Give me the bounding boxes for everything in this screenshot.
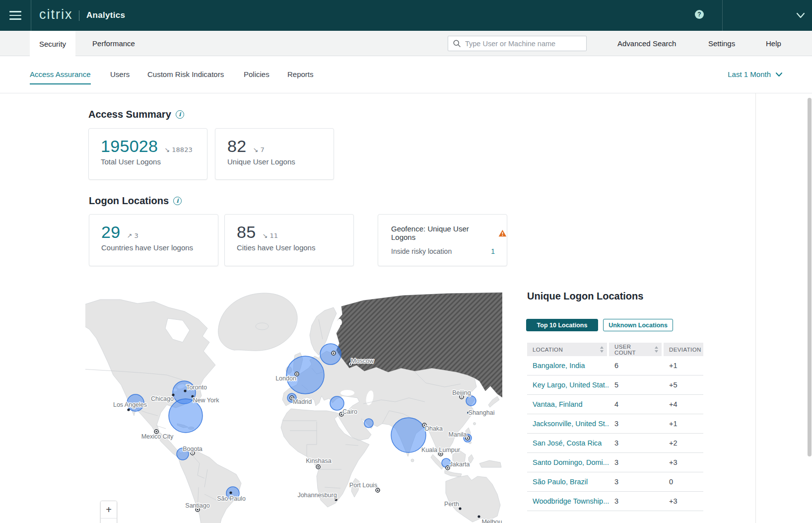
kpi-value-row[interactable]: 85 ↘ 11	[237, 223, 278, 242]
world-map[interactable]: Los AngelesChicagoTorontoNew YorkMexico …	[85, 281, 502, 523]
kpi-value-row[interactable]: 29 ↗ 3	[101, 223, 138, 242]
map-zoom-in-button[interactable]: +	[101, 501, 117, 518]
logon-bubble-vantaa[interactable]	[320, 344, 341, 365]
search-input[interactable]	[465, 40, 581, 48]
kpi-label: Total User Logons	[101, 157, 161, 166]
info-icon[interactable]: i	[173, 197, 182, 205]
city-label-new-york: New York	[193, 397, 220, 404]
city-marker-dot	[155, 431, 157, 432]
city-marker-dot	[317, 466, 319, 467]
info-icon[interactable]: i	[176, 110, 184, 119]
geofence-row-label: Inside risky location	[391, 247, 452, 255]
link-advanced-search[interactable]: Advanced Search	[617, 31, 676, 56]
map-zoom-out-button[interactable]: −	[101, 518, 117, 523]
city-label-cairo: Cairo	[342, 408, 357, 415]
table-row: Key Largo, United Stat...5+5	[527, 375, 703, 395]
city-marker-melbourne[interactable]	[477, 515, 480, 518]
deviation-value: 0	[664, 478, 703, 486]
location-link[interactable]: Key Largo, United Stat...	[527, 381, 609, 389]
vertical-scrollbar[interactable]	[808, 98, 812, 456]
location-link[interactable]: Vantaa, Finland	[527, 400, 609, 408]
subnav-item-policies[interactable]: Policies	[244, 70, 270, 78]
tab-performance[interactable]: Performance	[89, 31, 138, 56]
city-marker-los-angeles[interactable]	[127, 408, 130, 411]
city-label-toronto: Toronto	[186, 384, 207, 391]
kpi-value[interactable]: 29	[101, 223, 120, 242]
sort-icon	[654, 346, 659, 353]
column-header-user-count[interactable]: USER COUNT	[609, 343, 662, 356]
citrix-logo: citrix	[39, 7, 73, 22]
city-marker-dot	[333, 352, 334, 354]
top-10-locations-button[interactable]: Top 10 Locations	[526, 319, 598, 331]
city-label-moscow: Moscow	[351, 358, 374, 365]
deviation-value: +2	[664, 439, 703, 447]
secondary-nav: Access AssuranceUsersCustom Risk Indicat…	[0, 56, 812, 93]
logon-bubble-cairo[interactable]	[330, 396, 344, 410]
user-count-value: 3	[609, 458, 664, 466]
column-header-location[interactable]: LOCATION	[527, 343, 607, 356]
city-label-madrid: Madrid	[293, 398, 312, 405]
kpi-label: Unique User Logons	[227, 157, 295, 166]
logon-bubble-shanghai[interactable]	[466, 396, 476, 406]
kpi-card-cities: 85 ↘ 11 Cities have User logons	[224, 214, 354, 266]
link-help[interactable]: Help	[766, 31, 781, 56]
deviation-value: +4	[664, 400, 703, 408]
product-title: Analytics	[86, 10, 125, 20]
location-link[interactable]: Santo Domingo, Domi...	[527, 458, 609, 466]
sort-icon	[600, 346, 604, 353]
access-summary-heading: Access Summary i	[88, 109, 184, 120]
kpi-label: Countries have User logons	[101, 243, 193, 252]
kpi-delta: ↘ 7	[253, 146, 264, 153]
logon-bubble-bangalore[interactable]	[391, 418, 426, 452]
map-zoom-control: + −	[100, 501, 117, 523]
warning-icon	[498, 229, 507, 237]
city-marker-dot	[447, 467, 448, 468]
logon-bubble-dubai[interactable]	[364, 419, 373, 428]
deviation-value: +1	[664, 362, 703, 370]
unknown-locations-button[interactable]: Unknown Locations	[603, 319, 673, 331]
city-label-perth: Perth	[444, 501, 459, 508]
kpi-value[interactable]: 195028	[101, 137, 158, 156]
kpi-value[interactable]: 82	[227, 137, 246, 156]
kpi-value[interactable]: 85	[237, 223, 256, 242]
city-marker-sao-paulo[interactable]	[229, 491, 232, 494]
access-summary-title: Access Summary	[88, 109, 171, 120]
city-label-jakarta: Jakarta	[450, 461, 470, 468]
city-marker-johannesburg[interactable]	[335, 498, 337, 501]
logon-bubble-us-south[interactable]	[169, 399, 203, 433]
city-label-los-angeles: Los Angeles	[113, 401, 147, 408]
city-marker-perth[interactable]	[459, 507, 461, 510]
location-link[interactable]: Bangalore, India	[527, 362, 609, 370]
location-link[interactable]: Jacksonville, United St...	[527, 420, 609, 428]
logon-locations-heading: Logon Locations i	[89, 195, 182, 207]
time-filter-label: Last 1 Month	[728, 70, 771, 78]
location-link[interactable]: Woodbridge Township...	[527, 497, 609, 505]
deviation-value: +3	[664, 458, 703, 466]
kpi-value-row[interactable]: 82 ↘ 7	[227, 137, 265, 156]
time-filter-dropdown[interactable]: Last 1 Month	[728, 70, 783, 78]
subnav-item-custom-risk-indicators[interactable]: Custom Risk Indicators	[147, 70, 224, 78]
subnav-item-access-assurance[interactable]: Access Assurance	[30, 70, 91, 78]
geofence-title: Geofence: Unique User Logons	[391, 224, 494, 241]
kpi-value-row[interactable]: 195028 ↘ 18823	[101, 137, 193, 156]
column-header-deviation[interactable]: DEVIATION	[664, 343, 703, 356]
link-settings[interactable]: Settings	[708, 31, 735, 56]
kpi-delta: ↘ 18823	[164, 146, 192, 153]
tab-security[interactable]: Security	[30, 31, 75, 57]
subnav-item-reports[interactable]: Reports	[287, 70, 314, 78]
location-link[interactable]: San José, Costa Rica	[527, 439, 609, 447]
deviation-value: +5	[664, 381, 703, 389]
location-link[interactable]: São Paulo, Brazil	[527, 478, 609, 486]
kpi-card-unique-user-logons: 82 ↘ 7 Unique User Logons	[215, 128, 334, 180]
unique-logon-locations-title: Unique Logon Locations	[527, 291, 643, 302]
header-divider	[31, 0, 31, 31]
help-icon[interactable]: ?	[695, 10, 704, 19]
account-chevron-down-icon[interactable]	[796, 12, 806, 19]
subnav-item-users[interactable]: Users	[110, 70, 130, 78]
content-right-border	[755, 93, 756, 523]
kpi-delta: ↗ 3	[127, 232, 138, 239]
table-row: Bangalore, India6+1	[527, 356, 703, 375]
hamburger-menu-icon[interactable]	[4, 4, 27, 27]
geofence-row-value[interactable]: 1	[491, 247, 495, 255]
user-count-value: 3	[609, 478, 664, 486]
